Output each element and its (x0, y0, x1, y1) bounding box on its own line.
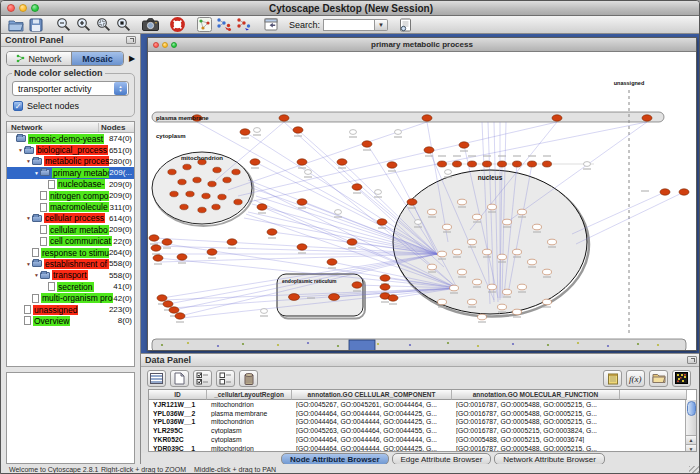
network-node (169, 307, 179, 313)
status-bar: Welcome to Cytoscape 2.8.1 Right-click +… (1, 464, 700, 474)
tree-row[interactable]: ▼primary metabo209(... (7, 167, 134, 178)
zoom-out-icon[interactable] (53, 17, 73, 33)
tree-node-count: 280(0) (109, 157, 134, 166)
folder-icon (16, 135, 26, 142)
tree-row[interactable]: cell communicat22(0) (7, 236, 134, 247)
tree-row[interactable]: unassigned223(0) (7, 304, 134, 315)
snapshot-icon[interactable] (140, 17, 160, 33)
column-header[interactable]: _cellularLayoutRegion (207, 390, 292, 400)
help-icon[interactable] (167, 17, 187, 33)
network-node (415, 220, 422, 225)
tree-row[interactable]: mosaic-demo-yeast874(0) (7, 133, 134, 144)
network-window-titlebar[interactable]: primary metabolic process (148, 38, 696, 52)
network-node (488, 204, 497, 210)
table-row[interactable]: YPL036W__2plasma membrane[GO:0044464, GO… (149, 409, 696, 418)
table-row[interactable]: YPL036W__1mitochondrion[GO:0044464, GO:0… (149, 418, 696, 427)
zoom-in-icon[interactable] (73, 17, 93, 33)
network-node (257, 204, 267, 210)
zoom-selected-region-icon[interactable] (93, 17, 113, 33)
data-panel-right-icons: f(x) (603, 370, 695, 387)
network-node (350, 130, 357, 135)
network-node (513, 249, 522, 255)
tree-row[interactable]: response to stimulu264(0) (7, 247, 134, 258)
tree-row[interactable]: ▼biological_process651(0) (7, 144, 134, 155)
tree-row[interactable]: ▼establishment of lo558(0) (7, 258, 134, 269)
network-node (424, 147, 434, 153)
matrix-view-icon[interactable] (672, 370, 691, 387)
column-header[interactable]: annotation.GO CELLULAR_COMPONENT (292, 390, 452, 400)
copy-network-icon[interactable] (214, 17, 234, 33)
tree-node-count: 558(0) (109, 259, 134, 268)
folder-icon (40, 169, 50, 176)
save-icon[interactable] (26, 17, 46, 33)
table-row[interactable]: YLR295Ccytoplasm[GO:0045263, GO:0044464,… (149, 426, 696, 435)
network-node (175, 313, 185, 319)
tree-row[interactable]: macromolecule311(0) (7, 201, 134, 212)
table-row[interactable]: YKR052Ccytoplasm[GO:0044464, GO:0044446,… (149, 435, 696, 444)
search-dropdown-arrow[interactable]: ▼ (375, 19, 388, 31)
tree-row[interactable]: nucleobase-209(0) (7, 179, 134, 190)
scroll-up-icon[interactable]: ▲ (686, 435, 696, 444)
network-node (468, 239, 477, 245)
attribute-select-icon[interactable] (147, 370, 166, 387)
unselect-all-attributes-icon[interactable] (216, 370, 235, 387)
birds-eye-view[interactable] (6, 372, 135, 464)
scrollbar-thumb[interactable] (687, 401, 696, 416)
tree-row[interactable]: cellular metabo209(0) (7, 224, 134, 235)
table-row[interactable]: YDR039C__1mitochondrion[GO:0044464, GO:0… (149, 444, 696, 452)
network-node (552, 115, 562, 121)
tree-row[interactable]: multi-organism pro42(0) (7, 292, 134, 303)
network-node (498, 161, 507, 167)
tree-row[interactable]: Overview8(0) (7, 315, 134, 326)
label-settings-icon[interactable] (603, 370, 622, 387)
advanced-search-icon[interactable] (395, 17, 415, 33)
network-canvas[interactable]: plasma membranecytoplasmmitochondrionnuc… (148, 52, 696, 350)
tab-network[interactable]: Network (7, 52, 71, 65)
table-cell: [GO:0045263, GO:0044464, GO:0044455, G..… (292, 427, 452, 434)
open-icon[interactable] (6, 17, 26, 33)
data-panel-header: Data Panel (141, 354, 700, 367)
window-titlebar: Cytoscape Desktop (New Session) (1, 1, 700, 16)
network-node (261, 309, 268, 314)
column-header[interactable]: annotation.GO MOLECULAR_FUNCTION (452, 390, 620, 400)
tree-row[interactable]: secretion41(0) (7, 281, 134, 292)
search-input[interactable] (323, 19, 375, 31)
select-all-attributes-icon[interactable] (193, 370, 212, 387)
dropdown-stepper-icon: ▲▼ (114, 82, 127, 95)
tree-row[interactable]: nitrogen compo209(0) (7, 190, 134, 201)
tree-node-count: 311(0) (109, 203, 134, 212)
tree-label: macromolecule (49, 202, 109, 212)
table-row[interactable]: YJR121W__1mitochondrion[GO:0045267, GO:0… (149, 400, 696, 409)
float-panel-icon[interactable] (126, 36, 136, 44)
table-cell: YPL036W__1 (149, 418, 207, 425)
vertical-scrollbar[interactable]: ▲ ▼ (685, 400, 696, 452)
attribute-browser-icon[interactable] (261, 17, 281, 33)
new-network-from-selection-icon[interactable] (234, 17, 254, 33)
delete-attribute-icon[interactable] (239, 370, 258, 387)
tree-row[interactable]: ▼cellular process614(0) (7, 213, 134, 224)
float-panel-icon[interactable] (687, 356, 697, 364)
import-attributes-icon[interactable] (649, 370, 668, 387)
more-tabs-arrow-icon[interactable]: ▶ (129, 54, 135, 63)
zoom-fit-icon[interactable] (113, 17, 133, 33)
column-header[interactable] (620, 390, 687, 400)
tree-row[interactable]: ▼transport558(0) (7, 270, 134, 281)
node-color-dropdown[interactable]: transporter activity ▲▼ (12, 81, 129, 96)
first-neighbors-icon[interactable] (194, 17, 214, 33)
network-node (422, 115, 432, 121)
network-node (198, 207, 206, 213)
formula-builder-icon[interactable]: f(x) (626, 370, 645, 387)
tree-label: Overview (33, 316, 70, 326)
tree-row[interactable]: ▼metabolic process280(0) (7, 156, 134, 167)
network-node (453, 161, 462, 167)
resize-grip[interactable] (689, 466, 700, 474)
scroll-down-icon[interactable]: ▼ (686, 444, 696, 452)
tab-mosaic[interactable]: Mosaic (71, 52, 123, 65)
network-node (380, 275, 390, 281)
select-nodes-checkbox[interactable]: ✓ (13, 101, 23, 111)
column-header[interactable]: ID (149, 390, 207, 400)
create-attribute-icon[interactable] (170, 370, 189, 387)
table-cell: [GO:0044464, GO:0044444, GO:0044425, G..… (292, 418, 452, 425)
tree-node-count: 22(0) (113, 237, 134, 246)
network-node (212, 204, 220, 210)
